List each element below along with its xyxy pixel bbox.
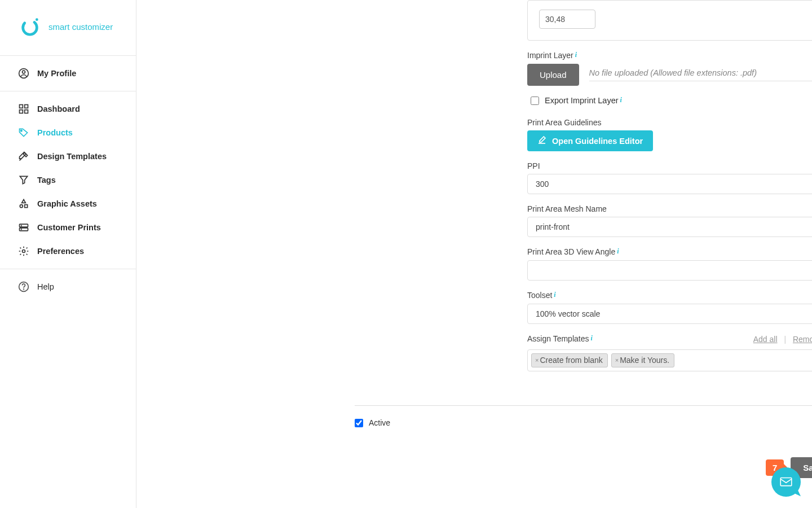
- imprint-layer-label: Imprint Layeri: [527, 51, 812, 60]
- nav-tags[interactable]: Tags: [0, 168, 136, 192]
- dashboard-icon: [18, 103, 29, 115]
- info-icon[interactable]: i: [620, 96, 622, 104]
- ppi-label: PPI: [527, 161, 812, 170]
- svg-point-8: [21, 130, 23, 132]
- svg-point-13: [21, 225, 21, 226]
- nav-products[interactable]: Products: [0, 121, 136, 144]
- svg-point-3: [23, 71, 25, 73]
- nav-label: Tags: [37, 176, 56, 185]
- svg-rect-10: [25, 205, 28, 208]
- info-icon[interactable]: i: [590, 334, 592, 342]
- nav-help[interactable]: Help: [0, 275, 136, 299]
- open-guidelines-button[interactable]: Open Guidelines Editor: [527, 130, 653, 151]
- edit-icon: [537, 135, 546, 146]
- upload-button[interactable]: Upload: [527, 64, 579, 86]
- nav-preferences[interactable]: Preferences: [0, 239, 136, 263]
- print-guidelines-label: Print Area Guidelines: [527, 118, 812, 127]
- tag-remove-icon[interactable]: ×: [535, 357, 539, 364]
- svg-point-1: [36, 18, 38, 21]
- remove-all-link[interactable]: Remove all: [793, 335, 812, 344]
- info-icon[interactable]: i: [554, 291, 555, 299]
- nav-design-templates[interactable]: Design Templates: [0, 144, 136, 168]
- assign-templates-label: Assign Templatesi: [527, 334, 593, 344]
- size-input[interactable]: [539, 10, 595, 29]
- view-angle-input[interactable]: [527, 260, 812, 281]
- nav-label: Products: [37, 128, 73, 137]
- nav-customer-prints[interactable]: Customer Prints: [0, 216, 136, 239]
- sidebar: smart customizer My Profile: [0, 0, 136, 508]
- export-imprint-label: Export Imprint Layeri: [545, 96, 622, 106]
- pencil-ruler-icon: [18, 151, 29, 162]
- size-box: [527, 0, 812, 41]
- template-tag: × Create from blank: [531, 353, 608, 367]
- nav-main-section: Dashboard Products Design Templates: [0, 91, 136, 269]
- logo-area: smart customizer: [0, 0, 136, 56]
- nav-label: My Profile: [37, 69, 76, 78]
- nav-graphic-assets[interactable]: Graphic Assets: [0, 192, 136, 216]
- mail-icon: [779, 474, 793, 491]
- templates-tag-container[interactable]: × Create from blank × Make it Yours.: [527, 349, 812, 371]
- nav-profile-section: My Profile: [0, 56, 136, 91]
- nav-label: Graphic Assets: [37, 199, 97, 208]
- svg-point-15: [23, 250, 25, 253]
- toolset-select[interactable]: 100% vector scale: [527, 304, 812, 324]
- mesh-name-select[interactable]: print-front: [527, 217, 812, 237]
- brand-name: smart customizer: [48, 22, 113, 32]
- tag-icon: [18, 127, 29, 138]
- gear-icon: [18, 246, 29, 257]
- svg-rect-5: [25, 105, 28, 108]
- svg-point-9: [20, 205, 23, 208]
- filter-icon: [18, 174, 29, 186]
- nav-my-profile[interactable]: My Profile: [0, 62, 136, 85]
- tag-remove-icon[interactable]: ×: [615, 357, 619, 364]
- nav-label: Design Templates: [37, 152, 107, 161]
- svg-point-17: [24, 289, 24, 290]
- export-imprint-checkbox[interactable]: [531, 97, 539, 105]
- nav-label: Help: [37, 282, 54, 291]
- add-all-link[interactable]: Add all: [753, 335, 778, 344]
- divider: [355, 405, 812, 406]
- assign-actions: Add all | Remove all: [753, 335, 812, 344]
- svg-rect-7: [25, 110, 28, 113]
- chat-support-button[interactable]: [771, 467, 801, 497]
- nav-help-section: Help: [0, 269, 136, 304]
- upload-hint: No file uploaded (Allowed file extension…: [589, 68, 812, 81]
- nav-label: Dashboard: [37, 104, 80, 113]
- server-icon: [18, 222, 29, 233]
- svg-rect-4: [20, 105, 23, 108]
- active-label: Active: [369, 418, 390, 427]
- ppi-input[interactable]: [527, 174, 812, 194]
- toolset-label: Toolseti: [527, 291, 812, 300]
- help-icon: [18, 281, 29, 292]
- svg-rect-6: [20, 110, 23, 113]
- nav-dashboard[interactable]: Dashboard: [0, 97, 136, 121]
- template-tag: × Make it Yours.: [611, 353, 674, 367]
- info-icon[interactable]: i: [575, 51, 577, 59]
- view-angle-label: Print Area 3D View Anglei: [527, 247, 812, 257]
- active-checkbox[interactable]: [355, 419, 363, 427]
- mesh-name-label: Print Area Mesh Name: [527, 204, 812, 213]
- logo-icon: [19, 16, 41, 37]
- main-content: Imprint Layeri Upload No file uploaded (…: [136, 0, 812, 508]
- nav-label: Customer Prints: [37, 223, 101, 232]
- svg-point-14: [21, 229, 21, 230]
- info-icon[interactable]: i: [617, 247, 619, 255]
- nav-label: Preferences: [37, 247, 84, 256]
- svg-rect-18: [780, 478, 792, 485]
- shapes-icon: [18, 198, 29, 209]
- profile-icon: [18, 68, 29, 79]
